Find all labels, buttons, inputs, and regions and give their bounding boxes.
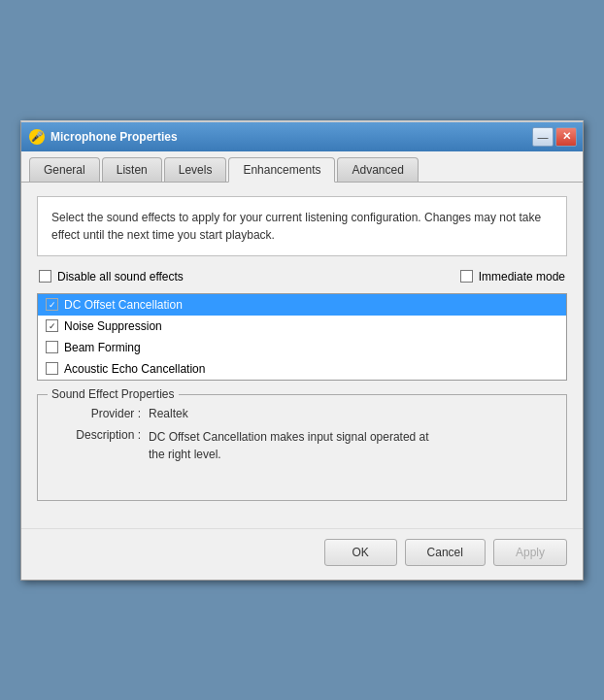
tab-levels[interactable]: Levels (164, 157, 227, 182)
top-checkboxes: Disable all sound effects Immediate mode (37, 270, 567, 283)
disable-all-checkbox[interactable]: Disable all sound effects (39, 270, 184, 283)
cancel-button[interactable]: Cancel (405, 539, 486, 566)
dc-offset-label: DC Offset Cancellation (64, 298, 183, 312)
apply-button[interactable]: Apply (493, 539, 567, 566)
beam-forming-checkbox[interactable] (46, 341, 58, 353)
window-title: Microphone Properties (50, 130, 178, 144)
effects-list: ✓ DC Offset Cancellation ✓ Noise Suppres… (37, 293, 567, 381)
acoustic-echo-checkbox[interactable] (46, 362, 58, 375)
tab-general[interactable]: General (29, 157, 100, 182)
noise-suppression-checkbox[interactable]: ✓ (46, 319, 58, 332)
noise-suppression-label: Noise Suppression (64, 319, 162, 333)
list-item-dc-offset[interactable]: ✓ DC Offset Cancellation (38, 294, 566, 316)
list-item-acoustic-echo[interactable]: Acoustic Echo Cancellation (38, 358, 566, 380)
sound-effect-properties-section: Sound Effect Properties Provider : Realt… (37, 394, 567, 501)
section-legend: Sound Effect Properties (48, 387, 179, 401)
list-item-beam-forming[interactable]: Beam Forming (38, 337, 566, 358)
beam-forming-label: Beam Forming (64, 341, 141, 354)
tab-enhancements[interactable]: Enhancements (228, 157, 335, 183)
provider-row: Provider : Realtek (51, 407, 553, 420)
description-text: Select the sound effects to apply for yo… (37, 196, 567, 256)
tab-advanced[interactable]: Advanced (337, 157, 418, 182)
content-area: Select the sound effects to apply for yo… (21, 183, 583, 528)
button-row: OK Cancel Apply (21, 528, 583, 580)
immediate-mode-label: Immediate mode (479, 270, 565, 283)
desc-value: DC Offset Cancellation makes input signa… (149, 428, 440, 463)
dc-offset-checkbox[interactable]: ✓ (46, 298, 58, 311)
window-icon: 🎤 (29, 129, 45, 145)
acoustic-echo-label: Acoustic Echo Cancellation (64, 362, 205, 376)
main-window: 🎤 Microphone Properties — ✕ General List… (20, 120, 584, 581)
disable-all-check-box[interactable] (39, 270, 51, 283)
immediate-mode-checkbox[interactable]: Immediate mode (460, 270, 565, 283)
list-item-noise-suppression[interactable]: ✓ Noise Suppression (38, 316, 566, 337)
tab-listen[interactable]: Listen (102, 157, 162, 182)
title-controls: — ✕ (532, 127, 577, 147)
provider-label: Provider : (51, 407, 149, 420)
ok-button[interactable]: OK (324, 539, 397, 566)
tabs-row: General Listen Levels Enhancements Advan… (21, 151, 583, 183)
minimize-button[interactable]: — (532, 127, 554, 147)
close-button[interactable]: ✕ (555, 127, 577, 147)
disable-all-label: Disable all sound effects (57, 270, 184, 283)
immediate-mode-check-box[interactable] (460, 270, 473, 283)
description-row: Description : DC Offset Cancellation mak… (51, 428, 553, 463)
provider-value: Realtek (149, 407, 188, 420)
desc-label: Description : (51, 428, 149, 442)
title-bar: 🎤 Microphone Properties — ✕ (21, 122, 583, 151)
